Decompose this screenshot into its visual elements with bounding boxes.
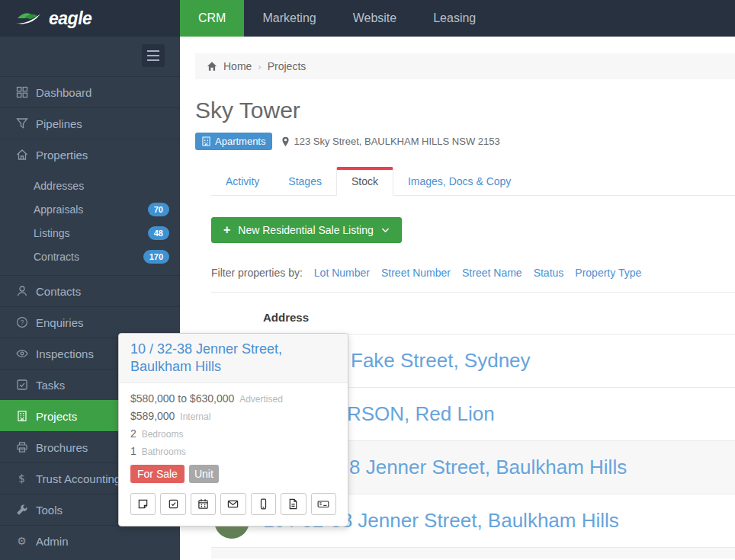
plus-icon: + [223, 223, 230, 237]
property-address-link[interactable]: RSON, Red Lion [347, 402, 495, 425]
gear-icon: ⚙ [15, 535, 28, 548]
document-icon [287, 498, 299, 510]
bathrooms-label: Bathrooms [142, 446, 186, 457]
add-note-button[interactable] [130, 493, 156, 515]
property-address-link[interactable]: 8 Jenner Street, Baulkham Hills [349, 456, 627, 478]
unit-type-badge: Unit [189, 465, 219, 483]
funnel-icon [15, 117, 28, 130]
sidebar-item-appraisals[interactable]: Appraisals 70 [0, 198, 180, 222]
for-sale-status-badge: For Sale [130, 465, 185, 483]
new-residential-sale-listing-button[interactable]: + New Residential Sale Listing [211, 217, 402, 243]
add-task-button[interactable] [160, 493, 185, 515]
check-square-icon [15, 379, 28, 392]
eagle-logo[interactable]: eagle [0, 0, 180, 37]
sidebar-item-contracts[interactable]: Contracts 170 [0, 245, 180, 269]
create-cheque-button[interactable]: $ [311, 493, 336, 515]
task-check-icon [168, 498, 179, 510]
tab-bar: Activity Stages Stock Images, Docs & Cop… [211, 167, 735, 196]
calendar-icon [197, 498, 209, 510]
property-address-link[interactable]: Fake Street, Sydney [351, 349, 531, 372]
breadcrumb-home[interactable]: Home [223, 60, 252, 72]
send-email-button[interactable] [220, 493, 246, 515]
add-appointment-button[interactable] [191, 493, 216, 515]
sidebar-item-label: Properties [36, 149, 88, 162]
topnav-leasing[interactable]: Leasing [415, 0, 494, 37]
sidebar-item-label: Projects [36, 410, 77, 423]
filter-label: Filter properties by: [211, 267, 303, 279]
contacts-person-icon [15, 285, 28, 298]
popup-body: $580,000 to $630,000 Advertised $589,000… [119, 383, 348, 526]
tab-images-docs-copy[interactable]: Images, Docs & Copy [393, 168, 525, 195]
breadcrumb-separator: › [258, 61, 261, 72]
sidebar-item-label: Tools [36, 504, 63, 517]
sidebar-item-addresses[interactable]: Addresses [0, 174, 180, 198]
cheque-icon: $ [317, 498, 329, 510]
map-marker-icon [281, 136, 290, 147]
eagle-bird-icon [15, 8, 44, 28]
question-circle-icon: ? [15, 316, 28, 329]
sub-item-label: Appraisals [34, 203, 83, 216]
internal-price-value: $589,000 [130, 410, 175, 422]
svg-text:?: ? [20, 318, 24, 326]
sidebar-item-dashboard[interactable]: Dashboard [0, 76, 180, 107]
home-icon [15, 149, 28, 162]
bathrooms-line: 1 Bathrooms [130, 445, 336, 457]
project-meta-row: Apartments 123 Sky Street, BAULKHAM HILL… [195, 133, 735, 150]
wrench-icon [15, 504, 28, 517]
printer-icon [15, 441, 28, 454]
bedrooms-line: 2 Bedrooms [130, 427, 336, 440]
sidebar-item-contacts[interactable]: Contacts [0, 275, 180, 306]
send-sms-button[interactable] [251, 493, 276, 515]
filter-lot-number[interactable]: Lot Number [314, 267, 370, 279]
listings-count-badge: 48 [148, 226, 169, 240]
sidebar-item-pipelines[interactable]: Pipelines [0, 107, 180, 139]
sidebar-item-label: Enquiries [36, 316, 84, 329]
filter-street-number[interactable]: Street Number [381, 267, 451, 279]
dashboard-grid-icon [15, 86, 28, 99]
project-type-label: Apartments [215, 136, 265, 147]
note-icon [137, 498, 149, 510]
eye-icon [15, 347, 28, 360]
filter-street-name[interactable]: Street Name [462, 267, 522, 279]
bedrooms-count: 2 [130, 427, 136, 440]
contracts-count-badge: 170 [143, 250, 169, 264]
menu-toggle-icon[interactable] [142, 44, 165, 67]
project-address-text: 123 Sky Street, BAULKHAM HILLS NSW 2153 [294, 136, 499, 147]
tab-activity[interactable]: Activity [211, 168, 274, 195]
sidebar-top [0, 37, 180, 76]
project-type-badge: Apartments [195, 133, 272, 150]
sub-item-label: Listings [34, 227, 69, 239]
chevron-down-icon [381, 227, 390, 233]
properties-submenu: Addresses Appraisals 70 Listings 48 Cont… [0, 170, 180, 275]
filter-row: Filter properties by: Lot Number Street … [211, 267, 735, 279]
sidebar-item-label: Pipelines [36, 117, 82, 130]
advertised-price-label: Advertised [239, 394, 283, 405]
sidebar-item-listings[interactable]: Listings 48 [0, 222, 180, 245]
topnav-website[interactable]: Website [335, 0, 416, 37]
topnav-crm[interactable]: CRM [180, 0, 244, 37]
filter-status[interactable]: Status [534, 267, 564, 279]
sidebar-item-label: Dashboard [36, 86, 91, 99]
popup-action-buttons: $ [130, 493, 336, 515]
home-icon [207, 61, 217, 72]
filter-property-type[interactable]: Property Type [575, 267, 641, 279]
tab-stages[interactable]: Stages [274, 168, 336, 195]
logo-text: eagle [49, 8, 91, 29]
topnav-marketing[interactable]: Marketing [244, 0, 334, 37]
page-title: Sky Tower [195, 98, 735, 123]
sidebar-item-admin[interactable]: ⚙ Admin [0, 525, 180, 556]
tabs-container: Activity Stages Stock Images, Docs & Cop… [211, 167, 735, 196]
bathrooms-count: 1 [130, 445, 136, 457]
top-nav-tabs: CRM Marketing Website Leasing [180, 0, 494, 37]
popup-property-link[interactable]: 10 / 32-38 Jenner Street, Baulkham Hills [130, 341, 336, 376]
sidebar-item-properties[interactable]: Properties [0, 139, 180, 170]
dollar-icon: $ [15, 472, 28, 485]
sidebar-item-label: Inspections [36, 347, 94, 360]
sms-mobile-icon [258, 498, 269, 510]
address-column-header: Address [211, 293, 735, 334]
building-icon [15, 410, 28, 423]
tab-stock[interactable]: Stock [336, 167, 393, 196]
create-document-button[interactable] [281, 493, 306, 515]
apartments-building-icon [202, 136, 210, 146]
internal-price-line: $589,000 Internal [130, 410, 336, 422]
